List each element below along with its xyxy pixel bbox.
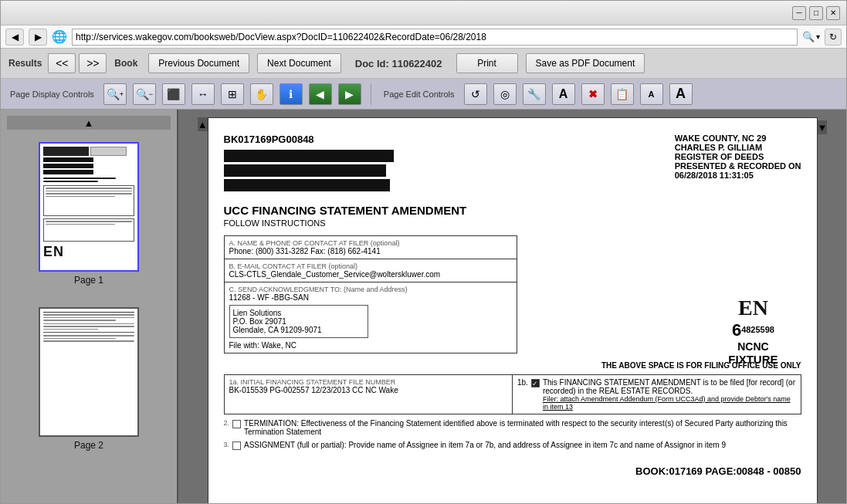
form-table: A. NAME & PHONE OF CONTACT AT FILER (opt… [224,235,517,353]
search-icon: 🔍 [802,31,815,42]
form-value-c-ref: 11268 - WF -BBG-SAN [229,293,512,302]
main-content: ▲ [1,110,846,503]
main-window: ─ □ ✕ ◀ ▶ 🌐 🔍 ▾ ↻ Results << >> Book Pre… [0,0,847,504]
filing-office-note: THE ABOVE SPACE IS FOR FILING OFFICE USE… [224,361,801,370]
ucc-title: UCC FINANCING STATEMENT AMENDMENT [224,204,801,217]
section-1-row: 1a. INITIAL FINANCING STATEMENT FILE NUM… [224,374,801,414]
doc-id: Doc Id: 110622402 [355,58,442,69]
thumb-scroll-up[interactable]: ▲ [7,116,171,130]
close-button[interactable]: ✕ [826,6,840,20]
titlebar-controls: ─ □ ✕ [792,6,840,20]
section-3-text: ASSIGNMENT (full or partial): Provide na… [244,441,726,449]
section-2-checkbox[interactable] [232,420,241,428]
ack-address2: Glendale, CA 91209-9071 [233,326,364,334]
controls-bar: Page Display Controls 🔍+ 🔍− ⬛ ↔ ⊞ ✋ ℹ ◀ … [1,79,846,110]
form-label-b: B. E-MAIL CONTACT AT FILER (optional) [229,262,512,270]
zoom-in-button[interactable]: 🔍+ [103,83,127,105]
print-button[interactable]: Print [456,53,518,73]
thumbnail-sidebar: ▲ [1,110,178,503]
doc-scroll-down[interactable]: ▼ [818,120,828,134]
clipboard-button[interactable]: 📋 [611,83,634,105]
thumb-img-1[interactable]: EN [39,142,139,272]
search-dropdown[interactable]: ▾ [816,32,820,41]
url-bar[interactable] [72,29,798,46]
stamp-fixture: FIXTURE [728,353,778,366]
acknowledgment-box: Lien Solutions P.O. Box 29071 Glendale, … [229,305,368,338]
thumbnail-page-2[interactable]: Page 2 [39,307,139,451]
target-button[interactable]: ◎ [493,83,517,105]
stamp-number: 64825598 [728,320,778,340]
page-display-controls-label: Page Display Controls [7,88,97,100]
delete-button[interactable]: ✖ [581,83,605,105]
info-button[interactable]: ℹ [280,83,303,105]
form-row-b: B. E-MAIL CONTACT AT FILER (optional) CL… [224,259,517,282]
document-page: BK017169PG00848 WAKE COUNTY, NC 29 CHARL… [208,117,818,503]
form-cell-a: A. NAME & PHONE OF CONTACT AT FILER (opt… [224,236,517,259]
results-label: Results [8,58,42,69]
next-page-button[interactable]: ▶ [338,83,361,105]
stamp-area: EN 64825598 NCNC FIXTURE [728,296,778,366]
rotate-button[interactable]: ↺ [464,83,487,105]
text-size-sm-button[interactable]: A [640,83,663,105]
text-size-lg-button[interactable]: A [669,83,693,105]
section-3-label: 3. [224,441,230,448]
form-value-a: Phone: (800) 331-3282 Fax: (818) 662-414… [229,247,512,255]
book-group: Book [114,58,141,69]
stamp-ncnc: NCNC [728,340,778,353]
maximize-button[interactable]: □ [809,6,823,20]
titlebar: ─ □ ✕ [1,1,846,25]
section-1b-sub: Filer: attach Amendment Addendum (Form U… [543,395,796,411]
file-with: File with: Wake, NC [229,341,512,350]
minimize-button[interactable]: ─ [792,6,806,20]
register-line: REGISTER OF DEEDS [675,152,801,161]
presented-line: PRESENTED & RECORDED ON [675,161,801,171]
save-pdf-button[interactable]: Save as PDF Document [526,53,645,73]
document-view[interactable]: ▲ BK017169PG00848 WAKE COUNTY, NC 29 CHA… [178,110,846,503]
date-line: 06/28/2018 11:31:05 [675,171,801,180]
section-1b-main: This FINANCING STATEMENT AMENDMENT is to… [543,378,796,395]
refresh-button[interactable]: ↻ [825,29,842,46]
stamp-en: EN [728,296,778,320]
section-2-text: TERMINATION: Effectiveness of the Financ… [244,419,801,436]
section-3-row: 3. ASSIGNMENT (full or partial): Provide… [224,441,801,450]
ack-company: Lien Solutions [233,309,364,317]
actual-size-button[interactable]: ⊞ [221,83,244,105]
section-1b-label: 1b. [517,378,528,387]
name-line: CHARLES P. GILLIAM [675,143,801,152]
doc-scroll-up[interactable]: ▲ [198,117,208,131]
addressbar: ◀ ▶ 🌐 🔍 ▾ ↻ [1,25,846,49]
next-document-button[interactable]: Next Document [257,53,341,73]
ack-address1: P.O. Box 29071 [233,317,364,326]
form-row-a: A. NAME & PHONE OF CONTACT AT FILER (opt… [224,236,517,259]
forward-button[interactable]: ▶ [29,29,47,46]
form-value-b: CLS-CTLS_Glendale_Customer_Service@wolte… [229,270,512,279]
zoom-out-button[interactable]: 🔍− [133,83,156,105]
section-1b: 1b. ✓ This FINANCING STATEMENT AMENDMENT… [513,375,801,414]
prev-page-button[interactable]: ◀ [309,83,332,105]
section-1b-text: This FINANCING STATEMENT AMENDMENT is to… [543,378,796,411]
form-cell-c: C. SEND ACKNOWLEDGMENT TO: (Name and Add… [224,282,517,353]
fit-page-button[interactable]: ⬛ [162,83,185,105]
search-area: 🔍 ▾ [802,31,820,42]
book-label: Book [114,58,137,69]
results-group: Results << >> [8,53,107,73]
section-3-checkbox[interactable] [232,441,241,450]
section-1a: 1a. INITIAL FINANCING STATEMENT FILE NUM… [225,375,513,414]
pan-button[interactable]: ✋ [250,83,273,105]
tools-button[interactable]: 🔧 [523,83,546,105]
nav-prev-button[interactable]: << [48,53,76,73]
thumb-img-2[interactable] [39,307,139,437]
thumbnail-page-1[interactable]: EN Page 1 [39,142,139,286]
county-line: WAKE COUNTY, NC 29 [675,134,801,143]
back-button[interactable]: ◀ [5,29,24,46]
controls-separator [371,83,371,105]
thumb-label-2: Page 2 [74,440,103,451]
nav-next-button[interactable]: >> [79,53,107,73]
form-cell-b: B. E-MAIL CONTACT AT FILER (optional) CL… [224,259,517,282]
prev-document-button[interactable]: Previous Document [148,53,249,73]
page-edit-controls-label: Page Edit Controls [381,88,458,100]
text-button[interactable]: A [552,83,575,105]
form-label-a: A. NAME & PHONE OF CONTACT AT FILER (opt… [229,239,512,247]
section-1b-checkbox[interactable]: ✓ [531,379,540,387]
fit-width-button[interactable]: ↔ [191,83,215,105]
